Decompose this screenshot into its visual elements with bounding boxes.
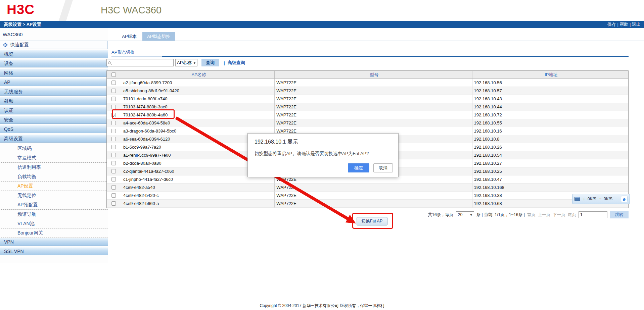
- prev-page-link[interactable]: 上一页: [538, 212, 551, 218]
- last-page-link[interactable]: 尾页: [568, 212, 576, 218]
- row-checkbox[interactable]: [111, 97, 116, 101]
- sidebar-item[interactable]: 常发模式: [0, 153, 108, 163]
- link-separator: |: [224, 60, 225, 65]
- select-all-checkbox[interactable]: [111, 72, 116, 77]
- sidebar-item[interactable]: 信道利用率: [0, 163, 108, 172]
- row-checkbox[interactable]: [111, 89, 116, 93]
- row-checkbox[interactable]: [111, 185, 116, 190]
- cell-ip: 192.168.10.57: [472, 87, 628, 95]
- row-checkbox[interactable]: [111, 137, 116, 141]
- cell-model: WAP722E: [275, 111, 472, 119]
- sidebar-menu: 快速配置概览设备网络AP无线服务射频认证安全QoS高级设置区域码常发模式信道利用…: [0, 41, 108, 255]
- section-title: AP形态切换: [111, 49, 135, 55]
- sidebar-item[interactable]: Bonjour网关: [0, 228, 108, 238]
- row-checkbox[interactable]: [111, 81, 116, 85]
- page-size-select[interactable]: 20: [456, 211, 474, 218]
- cell-ap-name: 70101-dcda-809f-a740: [121, 95, 275, 103]
- ok-button[interactable]: 确定: [348, 163, 369, 172]
- confirm-dialog: 192.168.10.1 显示 切换型态将重启AP。请确认是否要切换选中AP为F…: [247, 133, 399, 177]
- first-page-link[interactable]: 首页: [527, 212, 536, 218]
- sidebar-item[interactable]: 安全: [0, 116, 108, 124]
- cell-ip: 192.168.10.8: [472, 135, 628, 143]
- sidebar-item[interactable]: QoS: [0, 125, 108, 133]
- cell-ip: 192.168.10.54: [472, 151, 628, 159]
- row-checkbox[interactable]: [111, 113, 116, 117]
- save-link[interactable]: 保存: [607, 22, 620, 27]
- row-checkbox[interactable]: [111, 201, 116, 206]
- pagination-current: 条 | 当前: 1/1页，1~16条 |: [476, 212, 525, 218]
- jump-button[interactable]: 跳转: [610, 211, 629, 218]
- logout-link[interactable]: 退出: [632, 22, 641, 27]
- sidebar-item[interactable]: 认证: [0, 106, 108, 114]
- sidebar-item[interactable]: 无线定位: [0, 191, 108, 200]
- sidebar-item[interactable]: 快速配置: [0, 41, 108, 49]
- cell-ap-name: 70102-f474-880b-4a60: [121, 111, 275, 119]
- table-row: a4-ace-60da-8394-58e0WAP722E192.168.10.5…: [107, 119, 628, 127]
- cell-ap-name: 4ce9-e482-a540: [121, 184, 275, 192]
- tab-ap-mode-switch[interactable]: AP型态切换: [142, 32, 175, 41]
- cell-ip: 192.168.10.55: [472, 119, 628, 127]
- page-jump-input[interactable]: [579, 211, 607, 218]
- row-checkbox[interactable]: [111, 121, 116, 125]
- query-button[interactable]: 查询: [201, 59, 219, 66]
- cell-ip: 192.168.10.56: [472, 79, 628, 87]
- tab-ap-version[interactable]: AP版本: [117, 32, 141, 41]
- sidebar: WAC360 快速配置概览设备网络AP无线服务射频认证安全QoS高级设置区域码常…: [0, 28, 108, 263]
- table-row: 70103-f474-880b-3ac0WAP722E192.168.10.44: [107, 103, 628, 111]
- sidebar-item[interactable]: 高级设置: [0, 135, 108, 143]
- row-checkbox[interactable]: [111, 161, 116, 165]
- top-links: 保存帮助退出: [607, 21, 641, 28]
- sidebar-item[interactable]: AP设置: [0, 182, 108, 191]
- sidebar-item[interactable]: 频谱导航: [0, 210, 108, 219]
- row-checkbox[interactable]: [111, 105, 116, 109]
- sidebar-item[interactable]: 设备: [0, 59, 108, 67]
- sidebar-item[interactable]: AP预配置: [0, 200, 108, 210]
- search-input[interactable]: [111, 60, 171, 66]
- search-field-select[interactable]: AP名称: [175, 59, 197, 66]
- upload-arrow-icon: ↑: [599, 197, 601, 201]
- row-checkbox[interactable]: [111, 169, 116, 173]
- table-row: 4ce9-e482-b420-cWAP722E192.168.10.38: [107, 192, 628, 200]
- header-ap-name: AP名称: [121, 71, 275, 79]
- header-model: 型号: [275, 71, 472, 79]
- switch-fat-ap-button[interactable]: 切换Fat AP: [357, 217, 387, 225]
- pagination-total: 共16条，每页: [428, 212, 453, 218]
- search-icon: [108, 61, 111, 64]
- row-checkbox[interactable]: [111, 153, 116, 157]
- cell-model: WAP722E: [275, 87, 472, 95]
- sidebar-item[interactable]: 无线服务: [0, 88, 108, 96]
- cell-ap-name: 70103-f474-880b-3ac0: [121, 103, 275, 111]
- cell-ip: 192.168.10.16: [472, 127, 628, 135]
- row-checkbox[interactable]: [111, 177, 116, 182]
- row-checkbox[interactable]: [111, 129, 116, 133]
- row-checkbox[interactable]: [111, 193, 116, 198]
- header-stripe: [59, 0, 73, 21]
- cancel-button[interactable]: 取消: [373, 163, 393, 172]
- sidebar-item[interactable]: 概览: [0, 50, 108, 58]
- cell-model: WAP722E: [275, 95, 472, 103]
- ie-browser-icon: e: [621, 196, 628, 202]
- sidebar-item[interactable]: 网络: [0, 69, 108, 77]
- cell-ip: 192.168.10.25: [472, 167, 628, 175]
- row-checkbox[interactable]: [111, 145, 116, 149]
- next-page-link[interactable]: 下一页: [553, 212, 566, 218]
- cell-ap-name: 4ce9-e482-b420-c: [121, 192, 275, 200]
- cell-model: WAP722E: [275, 200, 472, 208]
- app-header: H3C H3C WAC360: [0, 0, 644, 21]
- h3c-logo: H3C: [7, 2, 35, 17]
- header-ip: IP地址: [472, 71, 628, 79]
- table-row: 4ce9-e482-b660-aWAP722E192.168.10.68: [107, 200, 628, 208]
- sidebar-item[interactable]: AP: [0, 78, 108, 86]
- breadcrumb-bar: 高级设置 > AP设置 保存帮助退出: [0, 21, 644, 28]
- sidebar-item[interactable]: VPN: [0, 238, 108, 246]
- sidebar-item[interactable]: SSL VPN: [0, 247, 108, 255]
- sidebar-item[interactable]: 负载均衡: [0, 172, 108, 182]
- advanced-query-link[interactable]: 高级查询: [228, 60, 245, 66]
- sidebar-item[interactable]: 区域码: [0, 144, 108, 153]
- section-divider: [111, 56, 629, 57]
- quick-config-icon: [3, 42, 8, 47]
- sidebar-item[interactable]: VLAN池: [0, 219, 108, 228]
- dialog-message: 切换型态将重启AP。请确认是否要切换选中AP为Fat AP?: [255, 151, 392, 157]
- sidebar-item[interactable]: 射频: [0, 97, 108, 105]
- help-link[interactable]: 帮助: [619, 22, 632, 27]
